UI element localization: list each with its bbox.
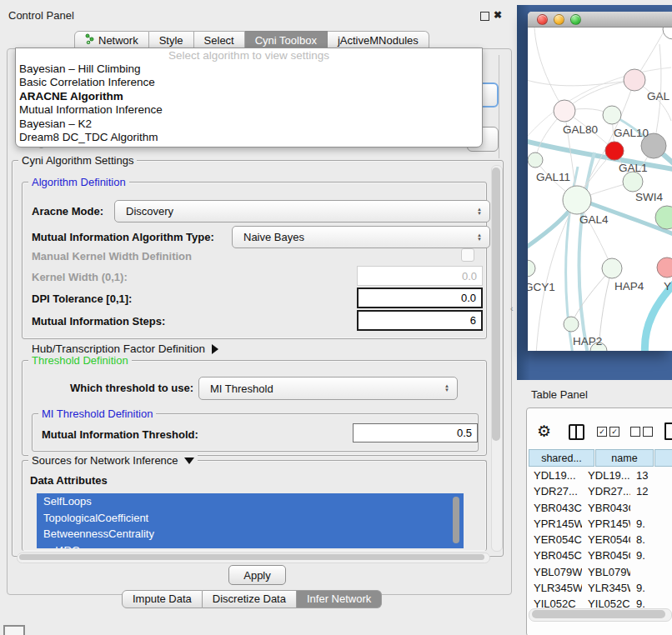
- table-row[interactable]: YDL19...YDL19...13: [529, 468, 672, 483]
- attribute-item[interactable]: TopologicalCoefficient: [37, 510, 464, 527]
- table-cell: YER054C: [583, 532, 630, 548]
- table-row[interactable]: YIL052CYIL052C9.: [529, 596, 672, 609]
- table-cell: YBR045C: [583, 548, 630, 563]
- network-node-gal10[interactable]: [603, 106, 621, 124]
- apply-button[interactable]: Apply: [228, 565, 286, 585]
- table-row[interactable]: YBR045CYBR045C9.: [529, 548, 672, 563]
- node-label: GAL4: [579, 213, 609, 226]
- mi-steps-label: Mutual Information Steps:: [32, 315, 165, 328]
- table-row[interactable]: YER054CYER054C8.: [529, 532, 672, 548]
- table-cell: YDR27...: [583, 483, 630, 499]
- float-panel-icon[interactable]: [480, 12, 489, 21]
- network-node-gcy1[interactable]: [528, 260, 535, 277]
- sources-title-text: Sources for Network Inference: [32, 454, 178, 467]
- network-node-hap2[interactable]: [564, 317, 579, 332]
- algorithm-option[interactable]: Basic Correlation Inference: [16, 76, 482, 89]
- bottom-tab-infer-network[interactable]: Infer Network: [297, 590, 382, 608]
- select-all-icon[interactable]: ✓✓: [597, 427, 619, 437]
- algorithm-dropdown-placeholder: Select algorithm to view settings: [16, 48, 482, 62]
- deselect-all-icon[interactable]: [630, 427, 653, 437]
- network-node[interactable]: [605, 142, 624, 160]
- mi-threshold-label: Mutual Information Threshold:: [42, 428, 198, 441]
- tab-label: Select: [204, 32, 234, 49]
- threshold-group-label: Threshold Definition: [28, 354, 132, 367]
- mi-type-value: Naive Bayes: [243, 231, 304, 243]
- close-panel-icon[interactable]: ✖: [494, 9, 502, 21]
- network-node-hap4[interactable]: [602, 258, 622, 278]
- table-row[interactable]: YBR043CYBR043C: [529, 500, 672, 516]
- attribute-item[interactable]: BetweennessCentrality: [37, 526, 464, 542]
- close-traffic-light-icon[interactable]: [537, 14, 548, 25]
- table-hscrollbar-thumb[interactable]: [532, 610, 665, 618]
- table-cell: YPR145W: [529, 516, 582, 532]
- attributes-vscrollbar-thumb[interactable]: [453, 497, 459, 543]
- column-header-2[interactable]: name: [595, 449, 654, 467]
- table-cell: [631, 500, 672, 516]
- bottom-tab-impute-data[interactable]: Impute Data: [122, 590, 203, 608]
- table-row[interactable]: YLR345WYLR345W9.: [529, 580, 672, 596]
- network-node-y[interactable]: [657, 258, 672, 278]
- algorithm-option[interactable]: Dream8 DC_TDC Algorithm: [16, 131, 482, 144]
- network-window: GALGAL80GAL10GAL1GAL11GAL4SWI4GCY1HAP4YH…: [528, 12, 672, 351]
- network-edge[interactable]: [534, 28, 564, 111]
- mi-threshold-field[interactable]: 0.5: [353, 423, 478, 442]
- mi-threshold-group-label: MI Threshold Definition: [38, 408, 156, 420]
- zoom-traffic-light-icon[interactable]: [570, 14, 581, 25]
- export-table-icon[interactable]: [664, 422, 672, 440]
- minimize-traffic-light-icon[interactable]: [554, 14, 564, 25]
- column-header-1[interactable]: shared...: [529, 449, 594, 467]
- algorithm-option[interactable]: Mutual Information Inference: [16, 103, 482, 117]
- settings-hscrollbar-thumb[interactable]: [19, 554, 484, 560]
- network-canvas[interactable]: GALGAL80GAL10GAL1GAL11GAL4SWI4GCY1HAP4YH…: [528, 28, 672, 351]
- algorithm-option[interactable]: Bayesian – K2: [16, 118, 482, 131]
- node-label: Y: [664, 280, 671, 292]
- node-label: GCY1: [528, 281, 555, 293]
- table-cell: YBL079W: [529, 564, 582, 580]
- column-header-3[interactable]: A: [654, 449, 672, 467]
- network-edge[interactable]: [528, 79, 634, 86]
- which-threshold-combo[interactable]: MI Threshold ▲▼: [198, 377, 458, 400]
- attribute-item[interactable]: gal4RGexp: [37, 542, 464, 548]
- table-cell: YLR345W: [529, 580, 582, 596]
- table-row[interactable]: YPR145WYPR145W9.: [529, 516, 672, 532]
- splitter-arrow-icon[interactable]: ‹: [510, 303, 514, 313]
- network-node-swi4[interactable]: [655, 206, 672, 229]
- table-cell: YDL19...: [583, 468, 630, 483]
- network-node-gal[interactable]: [624, 69, 645, 91]
- combo-stepper-icon: ▲▼: [477, 233, 482, 242]
- manual-kernel-checkbox[interactable]: [461, 248, 474, 262]
- minimized-panel-icon[interactable]: [3, 625, 25, 635]
- table-cell: YBR043C: [529, 500, 582, 516]
- mi-steps-field[interactable]: 6: [357, 310, 483, 331]
- table-row[interactable]: YBL079WYBL079W: [529, 564, 672, 580]
- cyni-settings-group-label: Cyni Algorithm Settings: [18, 154, 137, 167]
- table-cell: 12: [631, 483, 672, 499]
- algorithm-option[interactable]: ARACNE Algorithm: [16, 90, 482, 103]
- table-cell: YPR145W: [583, 516, 630, 532]
- network-node[interactable]: [663, 28, 672, 39]
- sources-group-label[interactable]: Sources for Network Inference: [28, 454, 198, 467]
- attribute-item[interactable]: SelfLoops: [37, 493, 464, 510]
- table-settings-gear-icon[interactable]: ⚙: [537, 422, 551, 441]
- data-attributes-label: Data Attributes: [30, 474, 108, 487]
- hub-definition-toggle[interactable]: Hub/Transcription Factor Definition: [32, 342, 218, 355]
- network-node-gal1[interactable]: [623, 172, 643, 192]
- column-selector-icon[interactable]: [569, 424, 584, 440]
- settings-vscrollbar-thumb[interactable]: [492, 168, 500, 441]
- bottom-tab-discretize-data[interactable]: Discretize Data: [203, 590, 297, 608]
- data-attributes-list: SelfLoopsTopologicalCoefficientBetweenne…: [37, 493, 464, 548]
- kernel-width-field[interactable]: 0.0: [357, 266, 483, 286]
- dpi-tolerance-field[interactable]: 0.0: [357, 288, 483, 308]
- mi-type-combo[interactable]: Naive Bayes ▲▼: [232, 226, 490, 248]
- network-edge[interactable]: [564, 80, 634, 111]
- network-window-titlebar[interactable]: [528, 12, 672, 28]
- algorithm-option[interactable]: Bayesian – Hill Climbing: [16, 62, 482, 76]
- table-row[interactable]: YDR27...YDR27...12: [529, 483, 672, 499]
- network-node-gal11[interactable]: [528, 152, 543, 168]
- network-node-gal4[interactable]: [563, 186, 591, 214]
- group-border-fragment: [499, 55, 499, 158]
- node-label: GAL1: [619, 162, 648, 174]
- aracne-mode-combo[interactable]: Discovery ▲▼: [114, 200, 490, 222]
- network-node-gal80[interactable]: [554, 100, 575, 122]
- algorithm-dropdown: Select algorithm to view settings Bayesi…: [15, 48, 483, 148]
